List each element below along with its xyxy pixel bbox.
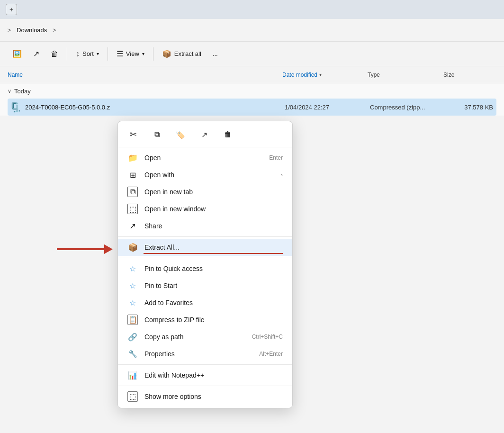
more-options-button[interactable]: ...: [208, 47, 223, 60]
breadcrumb-downloads[interactable]: Downloads: [13, 25, 51, 36]
ctx-show-more-label: Show more options: [144, 393, 283, 400]
ctx-properties-icon: 🔧: [127, 349, 138, 359]
sort-icon: ↕: [76, 50, 80, 58]
ctx-show-more[interactable]: ⬚ Show more options: [118, 388, 292, 405]
ctx-copy-path[interactable]: 🔗 Copy as path Ctrl+Shift+C: [118, 328, 292, 345]
view-icon: ☰: [117, 49, 123, 58]
ctx-new-tab-icon: ⧉: [127, 187, 138, 197]
extract-underline: [144, 253, 283, 254]
ctx-rename-icon: 🏷️: [176, 130, 185, 139]
column-headers: Name Date modified ▾ Type Size: [0, 66, 504, 83]
context-toolbar: ✂ ⧉ 🏷️ ↗ 🗑: [118, 124, 292, 147]
ctx-compress-zip[interactable]: 📋 Compress to ZIP file: [118, 311, 292, 328]
col-date-header[interactable]: Date modified ▾: [282, 72, 368, 78]
pin-icon: 🖼️: [12, 49, 22, 58]
file-type: Compressed (zipp...: [370, 104, 446, 111]
ctx-compress-icon: 📋: [127, 315, 138, 325]
col-type-header[interactable]: Type: [368, 72, 443, 78]
zip-file-icon: 🗜️: [9, 101, 21, 113]
sort-chevron-icon: ▾: [97, 51, 99, 56]
group-today: ∨ Today: [8, 83, 496, 99]
extract-icon: 📦: [162, 49, 171, 58]
ctx-open-with-arrow: ›: [281, 172, 283, 178]
col-date-label: Date modified: [282, 72, 317, 78]
ctx-share[interactable]: ↗ Share: [118, 217, 292, 235]
ctx-open[interactable]: 📁 Open Enter: [118, 149, 292, 166]
new-tab-button[interactable]: +: [6, 4, 17, 15]
ctx-pin-quick[interactable]: ☆ Pin to Quick access: [118, 260, 292, 277]
ctx-open-shortcut: Enter: [269, 154, 283, 161]
share-button[interactable]: ↗: [28, 46, 44, 61]
file-list: ∨ Today 🗜️ 2024-T0008-EC05-G05-5.0.0.z 1…: [0, 83, 504, 116]
sort-label: Sort: [82, 50, 94, 57]
ctx-extract-label: Extract All...: [144, 244, 283, 251]
col-size-header[interactable]: Size: [443, 72, 491, 78]
ctx-open-new-window[interactable]: ⬚ Open in new window: [118, 200, 292, 217]
ctx-share-button[interactable]: ↗: [197, 127, 212, 142]
col-name-header[interactable]: Name: [8, 72, 282, 78]
view-button[interactable]: ☰ View ▾: [112, 46, 149, 61]
ctx-compress-label: Compress to ZIP file: [144, 316, 283, 324]
table-row[interactable]: 🗜️ 2024-T0008-EC05-G05-5.0.0.z 1/04/2024…: [8, 99, 496, 116]
ctx-open-with-label: Open with: [144, 171, 274, 179]
ctx-pin-start-label: Pin to Start: [144, 282, 283, 289]
ctx-divider-4: [118, 386, 292, 386]
ctx-divider-2: [118, 258, 292, 258]
sort-button[interactable]: ↕ Sort ▾: [71, 47, 104, 61]
ctx-share-item-icon: ↗: [127, 221, 138, 231]
ctx-properties-label: Properties: [144, 350, 252, 358]
ctx-cut-icon: ✂: [130, 129, 137, 140]
ctx-properties-shortcut: Alt+Enter: [259, 351, 283, 357]
ctx-favorites-label: Add to Favorites: [144, 299, 283, 307]
ctx-pin-quick-icon: ☆: [127, 263, 138, 274]
ctx-open-with-icon: ⊞: [127, 170, 138, 180]
ctx-pin-start[interactable]: ☆ Pin to Start: [118, 277, 292, 294]
ctx-extract-icon: 📦: [127, 242, 138, 253]
file-name: 2024-T0008-EC05-G05-5.0.0.z: [25, 104, 285, 111]
ctx-extract-all[interactable]: 📦 Extract All...: [118, 239, 292, 256]
group-label: Today: [14, 88, 31, 95]
ctx-add-favorites[interactable]: ☆ Add to Favorites: [118, 294, 292, 311]
ctx-rename-button[interactable]: 🏷️: [173, 127, 188, 142]
ctx-copy-button[interactable]: ⧉: [149, 127, 164, 142]
ctx-cut-button[interactable]: ✂: [126, 127, 141, 142]
ctx-show-more-icon: ⬚: [127, 391, 138, 402]
ctx-open-new-tab[interactable]: ⧉ Open in new tab: [118, 183, 292, 200]
toolbar: 🖼️ ↗ 🗑 ↕ Sort ▾ ☰ View ▾ 📦 Extract all .…: [0, 42, 504, 66]
ctx-favorites-icon: ☆: [127, 298, 138, 308]
toolbar-divider-1: [67, 47, 67, 61]
ctx-delete-icon: 🗑: [224, 130, 232, 139]
extract-all-label: Extract all: [174, 50, 201, 57]
breadcrumb-bar: > Downloads >: [0, 19, 504, 42]
more-icon: ...: [213, 50, 218, 57]
ctx-copy-icon: ⧉: [154, 130, 160, 139]
ctx-divider-1: [118, 236, 292, 237]
ctx-copy-path-shortcut: Ctrl+Shift+C: [252, 334, 283, 340]
breadcrumb-chevron-1: >: [8, 27, 11, 34]
toolbar-divider-2: [108, 47, 108, 61]
ctx-divider-3: [118, 364, 292, 365]
toolbar-divider-3: [153, 47, 153, 61]
delete-button[interactable]: 🗑: [46, 47, 63, 61]
group-chevron-icon: ∨: [8, 88, 11, 94]
ctx-new-window-icon: ⬚: [127, 204, 138, 214]
share-icon: ↗: [33, 49, 39, 58]
col-date-sort-arrow: ▾: [319, 72, 322, 77]
ctx-open-icon: 📁: [127, 153, 138, 163]
pin-button[interactable]: 🖼️: [8, 46, 27, 61]
ctx-edit-notepad[interactable]: 📊 Edit with Notepad++: [118, 367, 292, 384]
title-bar: +: [0, 0, 504, 19]
ctx-delete-button[interactable]: 🗑: [220, 127, 235, 142]
ctx-open-label: Open: [144, 154, 262, 162]
ctx-new-tab-label: Open in new tab: [144, 188, 283, 196]
ctx-notepad-label: Edit with Notepad++: [144, 371, 283, 379]
file-size: 37,578 KB: [446, 104, 493, 111]
ctx-properties[interactable]: 🔧 Properties Alt+Enter: [118, 345, 292, 362]
delete-icon: 🗑: [51, 50, 58, 58]
ctx-open-with[interactable]: ⊞ Open with ›: [118, 166, 292, 183]
view-chevron-icon: ▾: [142, 51, 144, 56]
extract-all-button[interactable]: 📦 Extract all: [157, 46, 206, 61]
ctx-copy-path-label: Copy as path: [144, 333, 245, 341]
red-arrow-indicator: [57, 244, 113, 254]
ctx-pin-quick-label: Pin to Quick access: [144, 265, 283, 272]
